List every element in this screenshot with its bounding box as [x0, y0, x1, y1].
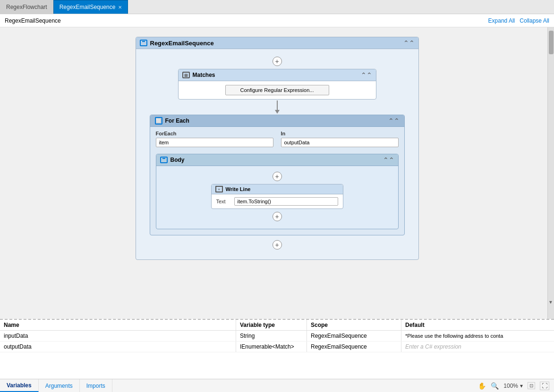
writeline-field: Text	[212, 194, 343, 206]
add-before-matches-button[interactable]: +	[273, 57, 282, 66]
foreach-icon: ⬜	[155, 117, 162, 125]
add-before-writeline-button[interactable]: +	[273, 172, 282, 181]
workflow: RegexEmailSequence ⌃⌃ + ▤ Matches ⌃⌃	[131, 37, 424, 309]
row2-default-placeholder: Enter a C# expression	[405, 343, 461, 350]
configure-regex-button[interactable]: Configure Regular Expression...	[225, 85, 329, 95]
foreach-header: ⬜ For Each ⌃⌃	[150, 115, 404, 127]
foreach-fields: ForEach In	[150, 127, 404, 151]
matches-icon: ▤	[182, 72, 190, 78]
foreach-label: For Each	[165, 117, 189, 124]
body-icon	[160, 157, 168, 163]
add-after-foreach-button[interactable]: +	[273, 240, 282, 250]
foreach-body: Body ⌃⌃ + ≡ Write Line	[150, 151, 404, 235]
tab-bar: RegexFlowchart RegexEmailSequence ✕	[0, 0, 554, 14]
canvas-area: RegexEmailSequence ⌃⌃ + ▤ Matches ⌃⌃	[0, 27, 554, 319]
fullscreen-icon[interactable]: ⛶	[540, 382, 549, 390]
row1-default: *Please use the following address to con…	[401, 331, 554, 341]
tab-regex-email-sequence[interactable]: RegexEmailSequence ✕	[53, 0, 128, 14]
tab-imports[interactable]: Imports	[80, 379, 112, 392]
writeline-activity: ≡ Write Line Text	[211, 184, 343, 209]
body-container: Body ⌃⌃ + ≡ Write Line	[156, 154, 399, 229]
tab-regex-email-sequence-label: RegexEmailSequence	[60, 4, 116, 10]
body-header: Body ⌃⌃	[156, 154, 398, 166]
body-collapse-btn[interactable]: ⌃⌃	[383, 156, 394, 164]
col-type: Variable type	[236, 320, 307, 330]
arrow-down	[275, 100, 280, 114]
scroll-thumb	[549, 31, 554, 54]
hand-icon[interactable]: ✋	[478, 382, 486, 390]
sequence-body: + ▤ Matches ⌃⌃ Configure Regular Express…	[136, 49, 418, 259]
matches-label: Matches	[193, 72, 215, 78]
foreach-in-group: In	[281, 131, 399, 147]
sequence-collapse-btn[interactable]: ⌃⌃	[403, 39, 415, 47]
arrow-line	[277, 100, 278, 110]
arrow-head	[275, 110, 280, 114]
row2-type: IEnumerable<Match>	[236, 342, 307, 352]
variables-table: Name Variable type Scope Default inputDa…	[0, 320, 554, 379]
bottom-panel: Name Variable type Scope Default inputDa…	[0, 319, 554, 392]
tab-variables[interactable]: Variables	[0, 379, 39, 392]
foreach-variable-label: ForEach	[156, 131, 273, 136]
body-content: + ≡ Write Line Text	[156, 166, 398, 229]
writeline-header: ≡ Write Line	[212, 184, 343, 194]
col-name: Name	[0, 320, 236, 330]
add-after-writeline-button[interactable]: +	[273, 212, 282, 221]
breadcrumb-bar: RegexEmailSequence Expand All Collapse A…	[0, 14, 554, 27]
collapse-all-button[interactable]: Collapse All	[520, 17, 549, 24]
foreach-variable-input[interactable]	[156, 138, 273, 147]
sequence-container: RegexEmailSequence ⌃⌃ + ▤ Matches ⌃⌃	[136, 37, 419, 260]
body-label: Body	[170, 157, 185, 163]
sequence-icon	[140, 40, 147, 46]
fit-icon[interactable]: ⊡	[528, 382, 535, 389]
row2-name: outputData	[0, 342, 236, 352]
row2-scope: RegexEmailSequence	[307, 342, 401, 352]
matches-activity: ▤ Matches ⌃⌃ Configure Regular Expressio…	[178, 69, 376, 100]
tab-regex-flowchart-label: RegexFlowchart	[6, 4, 47, 10]
foreach-collapse-btn[interactable]: ⌃⌃	[388, 117, 400, 125]
bottom-tabs: Variables Arguments Imports ✋ 🔍 100% ▾ ⊡…	[0, 379, 554, 392]
table-row[interactable]: inputData String RegexEmailSequence *Ple…	[0, 331, 554, 342]
sequence-label: RegexEmailSequence	[150, 40, 214, 47]
row2-default: Enter a C# expression	[401, 342, 554, 352]
col-scope: Scope	[307, 320, 401, 330]
col-default: Default	[401, 320, 554, 330]
matches-header: ▤ Matches ⌃⌃	[179, 69, 376, 81]
matches-body: Configure Regular Expression...	[179, 81, 376, 99]
tab-arguments[interactable]: Arguments	[39, 379, 80, 392]
matches-collapse-btn[interactable]: ⌃⌃	[361, 71, 372, 79]
search-icon[interactable]: 🔍	[491, 382, 499, 390]
foreach-in-input[interactable]	[281, 138, 399, 147]
foreach-container: ⬜ For Each ⌃⌃ ForEach In	[150, 115, 405, 235]
status-bar: ✋ 🔍 100% ▾ ⊡ ⛶	[473, 382, 554, 390]
zoom-level: 100%	[503, 383, 518, 389]
row1-name: inputData	[0, 331, 236, 341]
expand-all-button[interactable]: Expand All	[488, 17, 515, 24]
table-row[interactable]: outputData IEnumerable<Match> RegexEmail…	[0, 342, 554, 352]
row1-scope: RegexEmailSequence	[307, 331, 401, 341]
writeline-icon: ≡	[215, 186, 223, 192]
zoom-dropdown-icon[interactable]: ▾	[520, 383, 523, 389]
tab-regex-flowchart[interactable]: RegexFlowchart	[0, 0, 53, 14]
canvas-scrollbar[interactable]: ▼	[547, 27, 554, 319]
foreach-in-label: In	[281, 131, 399, 136]
writeline-text-input[interactable]	[234, 197, 338, 206]
table-header: Name Variable type Scope Default	[0, 320, 554, 331]
breadcrumb: RegexEmailSequence	[5, 17, 61, 24]
foreach-variable-group: ForEach	[156, 131, 273, 147]
zoom-control: 100% ▾	[503, 383, 523, 389]
close-icon[interactable]: ✕	[118, 5, 122, 10]
writeline-text-label: Text	[216, 199, 230, 204]
writeline-label: Write Line	[226, 186, 251, 192]
scroll-down-arrow[interactable]: ▼	[548, 300, 553, 305]
toolbar-actions: Expand All Collapse All	[488, 17, 549, 24]
row1-type: String	[236, 331, 307, 341]
sequence-header: RegexEmailSequence ⌃⌃	[136, 37, 418, 49]
